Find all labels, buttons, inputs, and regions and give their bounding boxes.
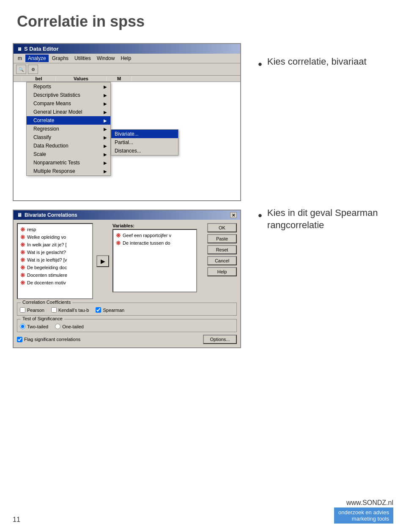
bullet-text-1: Kies correlatie, bivariaat (267, 56, 367, 68)
menu-general-linear[interactable]: General Linear Model ▶ (27, 108, 110, 116)
help-button[interactable]: Help (207, 267, 237, 276)
correlate-submenu: Bivariate... Partial... Distances... (111, 129, 178, 156)
kendall-label: Kendall's tau-b (58, 308, 89, 313)
pearson-option[interactable]: Pearson (20, 307, 44, 313)
bullet-item-1: • Kies correlatie, bivariaat (258, 56, 393, 72)
bullet-icon: ❋ (20, 279, 25, 286)
list-item[interactable]: ❋ De interactie tussen do (115, 239, 195, 247)
bullet-icon: ❋ (20, 234, 25, 240)
list-item[interactable]: ❋ Geef een rapportcijfer v (115, 232, 195, 239)
correlation-coefficients-label: Correlation Coefficients (21, 300, 72, 305)
list-item[interactable]: ❋ Wat is je leeftijd? [v (19, 256, 91, 264)
pearson-checkbox[interactable] (20, 307, 25, 313)
menu-dropdown-area: Reports ▶ Descriptive Statistics ▶ Compa… (14, 82, 240, 200)
flag-label: Flag significant correlations (24, 337, 80, 342)
spearman-option[interactable]: Spearman (96, 307, 124, 313)
menu-data-reduction[interactable]: Data Reduction ▶ (27, 142, 110, 150)
two-tailed-option[interactable]: Two-tailed (20, 324, 48, 329)
dialog-close-button[interactable]: ✕ (230, 212, 237, 218)
col-header-m: M (107, 76, 132, 82)
bullet-icon: ❋ (20, 264, 25, 271)
toolbar-btn-2[interactable]: ⚙ (28, 65, 38, 74)
flag-row: Flag significant correlations (17, 337, 80, 342)
menu-item-analyze[interactable]: Analyze (25, 55, 49, 62)
col-header-num (14, 76, 22, 82)
submenu-bivariate[interactable]: Bivariate... (111, 130, 178, 138)
toolbar-btn-1[interactable]: 🔍 (16, 65, 26, 74)
bivariate-dialog: 🖥 Bivariate Correlations ✕ ❋ resp (13, 210, 241, 348)
list-item[interactable]: ❋ Welke opleiding vo (19, 233, 91, 241)
correlation-coefficients-section: Correlation Coefficients Pearson Kendall… (17, 303, 237, 316)
menu-correlate[interactable]: Correlate ▶ (27, 116, 110, 125)
list-item[interactable]: ❋ Docenten stimulere (19, 271, 91, 279)
flag-checkbox[interactable] (17, 337, 22, 342)
dialog-body: ❋ resp ❋ Welke opleiding vo ❋ In welk ja… (14, 220, 240, 347)
left-panel: 🖥 S Data Editor m Analyze Graphs Utiliti… (13, 43, 250, 348)
list-item-label: De begeleiding doc (27, 265, 67, 270)
menu-compare-means[interactable]: Compare Means ▶ (27, 99, 110, 108)
menu-classify[interactable]: Classify ▶ (27, 133, 110, 142)
menu-descriptive[interactable]: Descriptive Statistics ▶ (27, 91, 110, 99)
variables-listbox[interactable]: ❋ Geef een rapportcijfer v ❋ De interact… (112, 229, 197, 292)
list-item[interactable]: ❋ De docenten motiv (19, 279, 91, 286)
bullet-icon: ❋ (20, 241, 25, 248)
one-tailed-radio[interactable] (55, 324, 60, 329)
menu-scale[interactable]: Scale ▶ (27, 150, 110, 158)
options-button[interactable]: Options... (203, 335, 237, 344)
two-tailed-radio[interactable] (20, 324, 25, 329)
menu-multiple-response[interactable]: Multiple Response ▶ (27, 167, 110, 175)
list-item[interactable]: ❋ De begeleiding doc (19, 264, 91, 271)
editor-area: bel Values M Reports ▶ Descriptive Stati… (14, 76, 240, 200)
spss-title: S Data Editor (24, 46, 59, 52)
list-item-label: resp (27, 227, 36, 232)
menu-regression[interactable]: Regression ▶ (27, 125, 110, 133)
page-title: Correlatie in spss (0, 0, 406, 39)
menu-item-utilities[interactable]: Utilities (72, 55, 93, 62)
move-to-variables-button[interactable]: ▶ (96, 255, 109, 267)
list-item[interactable]: ❋ In welk jaar zit je? [ (19, 241, 91, 248)
data-grid-header: bel Values M (14, 76, 240, 82)
one-tailed-option[interactable]: One-tailed (55, 324, 84, 329)
submenu-partial[interactable]: Partial... (111, 138, 178, 147)
left-listbox[interactable]: ❋ resp ❋ Welke opleiding vo ❋ In welk ja… (17, 223, 93, 299)
menu-item-window[interactable]: Window (94, 55, 118, 62)
analyze-dropdown: Reports ▶ Descriptive Statistics ▶ Compa… (26, 82, 111, 176)
page-number: 11 (13, 516, 20, 524)
spearman-checkbox[interactable] (96, 307, 101, 313)
one-tailed-label: One-tailed (62, 324, 84, 329)
menu-reports[interactable]: Reports ▶ (27, 82, 110, 91)
cancel-button[interactable]: Cancel (207, 256, 237, 265)
menu-item-graphs[interactable]: Graphs (49, 55, 71, 62)
menu-item-help[interactable]: Help (118, 55, 134, 62)
dialog-titlebar: 🖥 Bivariate Correlations ✕ (14, 210, 240, 220)
bullet-icon: ❋ (20, 256, 25, 263)
footer-tagline: onderzoek en advies marketing tools (334, 507, 393, 524)
spearman-label: Spearman (103, 308, 124, 313)
menu-nonparametric[interactable]: Nonparametric Tests ▶ (27, 158, 110, 167)
submenu-distances[interactable]: Distances... (111, 147, 178, 155)
left-list-container: ❋ resp ❋ Welke opleiding vo ❋ In welk ja… (17, 223, 93, 299)
list-item[interactable]: ❋ Wat is je geslacht? (19, 248, 91, 256)
menu-bar: m Analyze Graphs Utilities Window Help (14, 54, 240, 63)
list-item-label: De docenten motiv (27, 280, 66, 285)
bullet-icon: ❋ (116, 232, 121, 239)
col-header-values: Values (56, 76, 107, 82)
bullet-icon: ❋ (20, 226, 25, 233)
bullet-icon: ❋ (20, 249, 25, 256)
correlation-options-row: Pearson Kendall's tau-b Spearman (20, 306, 234, 313)
variables-area: Variables: ❋ Geef een rapportcijfer v ❋ … (112, 223, 202, 299)
bullet-text-2: Kies in dit geval Spearman rangcorrelati… (267, 207, 393, 231)
list-item-label: Wat is je leeftijd? [v (27, 257, 67, 262)
kendall-checkbox[interactable] (51, 307, 57, 313)
bullet-dot-1: • (258, 57, 262, 72)
reset-button[interactable]: Reset (207, 245, 237, 254)
ok-button[interactable]: OK (207, 223, 237, 232)
list-item-label: Welke opleiding vo (27, 235, 66, 240)
list-item-label: Docenten stimulere (27, 273, 67, 278)
menu-item-m[interactable]: m (15, 55, 25, 62)
list-item[interactable]: ❋ resp (19, 226, 91, 233)
kendall-option[interactable]: Kendall's tau-b (51, 307, 89, 313)
col-header-bel: bel (22, 76, 56, 82)
paste-button[interactable]: Paste (207, 234, 237, 243)
footer-url: www.SONDZ.nl (334, 499, 393, 507)
